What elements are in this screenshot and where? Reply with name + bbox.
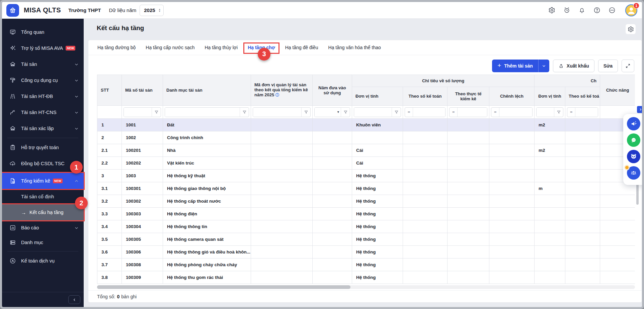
cell-func[interactable]	[600, 259, 635, 271]
cell-acc[interactable]	[403, 233, 448, 246]
cell-actual[interactable]	[448, 208, 489, 220]
cell-code[interactable]: 100305	[122, 233, 163, 246]
cell-actual[interactable]	[448, 233, 489, 246]
cell-acc2[interactable]	[565, 119, 600, 131]
cell-unit2[interactable]: m2	[535, 144, 565, 157]
year-used-filter-input[interactable]	[315, 108, 336, 117]
column-header-unit2[interactable]: Đơn vị tính	[535, 87, 565, 106]
name-filter-input[interactable]	[165, 108, 240, 117]
cell-name[interactable]: Hệ thống điện	[163, 208, 251, 220]
cell-unit2[interactable]	[535, 170, 565, 182]
funnel-icon[interactable]	[554, 108, 563, 117]
table-row[interactable]: 3.5100305Hệ thống camera quan sátHệ thốn…	[97, 233, 635, 246]
organization-name[interactable]: Trường THPT	[68, 7, 101, 13]
cell-code[interactable]: 1002	[122, 131, 163, 144]
cell-unit2[interactable]	[535, 271, 565, 284]
cell-unit_code[interactable]	[251, 157, 313, 170]
cell-name[interactable]: Hệ thống phòng cháy chữa cháy	[163, 259, 251, 271]
cell-diff[interactable]	[489, 271, 535, 284]
cell-code[interactable]: 100301	[122, 182, 163, 195]
cell-actual[interactable]	[448, 271, 489, 284]
cell-acc[interactable]	[403, 220, 448, 233]
cell-unit_code[interactable]	[251, 220, 313, 233]
cell-name[interactable]: Hệ thống kỹ thuật	[163, 170, 251, 182]
cell-unit[interactable]: Hệ thống	[352, 195, 403, 208]
cell-unit2[interactable]	[535, 233, 565, 246]
cell-actual[interactable]	[448, 246, 489, 259]
vertical-scrollbar-thumb[interactable]	[636, 184, 639, 205]
cell-unit[interactable]: Hệ thống	[352, 182, 403, 195]
cell-actual[interactable]	[448, 157, 489, 170]
cell-unit_code[interactable]	[251, 208, 313, 220]
cell-actual[interactable]	[448, 195, 489, 208]
horizontal-scrollbar-thumb[interactable]	[97, 285, 350, 289]
info-icon[interactable]	[275, 93, 279, 98]
table-row[interactable]: 2.2100202Vật kiến trúcCái	[97, 157, 635, 170]
horizontal-scrollbar[interactable]	[97, 285, 635, 289]
cell-actual[interactable]	[448, 131, 489, 144]
cell-code[interactable]: 100306	[122, 246, 163, 259]
cell-stt[interactable]: 3.5	[97, 233, 122, 246]
cell-unit[interactable]: Hệ thống	[352, 220, 403, 233]
cell-diff[interactable]	[489, 131, 535, 144]
chat-support-button[interactable]	[627, 133, 640, 147]
funnel-icon[interactable]	[152, 108, 161, 117]
cell-stt[interactable]: 3.1	[97, 182, 122, 195]
cell-stt[interactable]: 2.1	[97, 144, 122, 157]
cell-unit[interactable]: Cái	[352, 157, 403, 170]
cell-unit_code[interactable]	[251, 271, 313, 284]
funnel-icon[interactable]	[341, 108, 350, 117]
assistant-bot-button[interactable]	[627, 150, 640, 163]
cell-unit[interactable]: Hệ thống	[352, 208, 403, 220]
cell-unit_code[interactable]	[251, 246, 313, 259]
cell-year_used[interactable]	[313, 119, 352, 131]
cell-acc2[interactable]	[565, 144, 600, 157]
cell-year_used[interactable]	[313, 271, 352, 284]
cell-stt[interactable]: 3.7	[97, 259, 122, 271]
caret-down-icon[interactable]: ▼	[336, 110, 341, 114]
column-header-unit-code[interactable]: Mã đơn vị quản lý tài sản theo kết quả t…	[251, 75, 313, 106]
cell-actual[interactable]	[448, 182, 489, 195]
sidebar-item-tong-kiem-ke[interactable]: Tổng kiểm kê NEW 1	[2, 173, 84, 189]
cell-unit_code[interactable]	[251, 144, 313, 157]
cell-unit2[interactable]	[535, 157, 565, 170]
user-avatar[interactable]: 1	[625, 4, 637, 16]
column-header-accounting2[interactable]: Theo số kế toá	[565, 87, 600, 106]
notifications-icon[interactable]	[578, 7, 585, 14]
cell-unit2[interactable]	[535, 208, 565, 220]
cell-stt[interactable]: 1	[97, 119, 122, 131]
sidebar-item-quyet-toan[interactable]: Hỗ trợ quyết toán	[2, 139, 84, 156]
cell-code[interactable]: 100303	[122, 208, 163, 220]
fullscreen-button[interactable]	[622, 60, 634, 72]
side-panel-toggle-button[interactable]	[637, 106, 644, 113]
tab-ha-tang-duong-bo[interactable]: Hạ tầng đường bộ	[92, 40, 141, 55]
column-header-unit[interactable]: Đơn vị tính	[352, 87, 403, 106]
cell-acc[interactable]	[403, 131, 448, 144]
tab-ha-tang-de-dieu[interactable]: Hạ tầng đê điều	[280, 40, 323, 55]
cell-unit[interactable]	[352, 131, 403, 144]
add-asset-button[interactable]: + Thêm tài sản	[492, 60, 538, 72]
cell-func[interactable]	[600, 246, 635, 259]
cell-actual[interactable]	[448, 119, 489, 131]
cell-acc2[interactable]	[565, 157, 600, 170]
column-header-year-used[interactable]: Năm đưa vào sử dụng	[313, 75, 352, 106]
column-header-difference[interactable]: Chênh lệch	[489, 87, 535, 106]
cell-year_used[interactable]	[313, 144, 352, 157]
cell-acc[interactable]	[403, 208, 448, 220]
cell-stt[interactable]: 2	[97, 131, 122, 144]
cell-diff[interactable]	[489, 144, 535, 157]
reminder-icon[interactable]	[563, 7, 570, 14]
cell-diff[interactable]	[489, 170, 535, 182]
cell-unit2[interactable]	[535, 131, 565, 144]
cell-acc2[interactable]	[565, 233, 600, 246]
table-row[interactable]: 3.8100309Hệ thống thu gom rác thảiHệ thố…	[97, 271, 635, 284]
cell-name[interactable]: Vật kiến trúc	[163, 157, 251, 170]
cell-diff[interactable]	[489, 195, 535, 208]
cell-stt[interactable]: 3	[97, 170, 122, 182]
table-row[interactable]: 11001ĐấtKhuôn viênm2	[97, 119, 635, 131]
cell-diff[interactable]	[489, 208, 535, 220]
column-header-actions[interactable]: Chức năng	[600, 75, 635, 106]
code-filter-input[interactable]	[124, 108, 152, 117]
sidebar-collapse-button[interactable]	[68, 295, 80, 304]
cell-acc[interactable]	[403, 259, 448, 271]
